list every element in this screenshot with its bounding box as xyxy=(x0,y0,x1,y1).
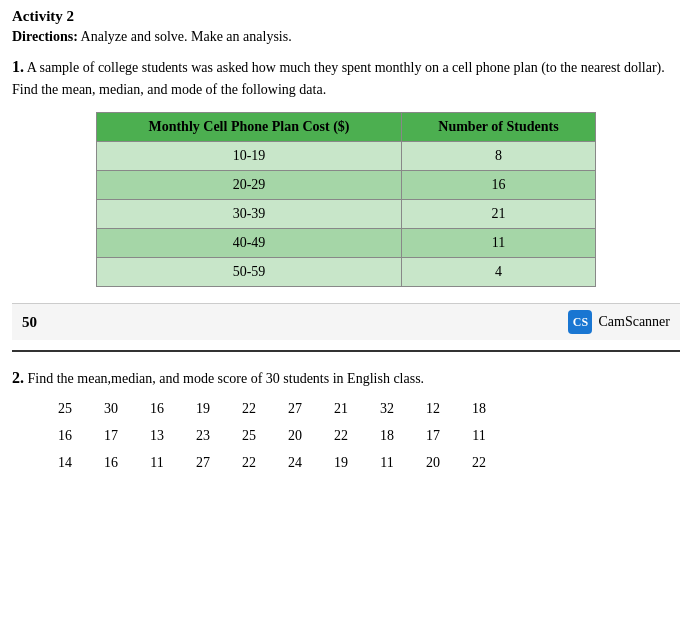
score-cell: 20 xyxy=(272,423,318,448)
score-row: 25301619222721321218 xyxy=(42,396,680,421)
score-cell: 22 xyxy=(318,423,364,448)
problem-1-number: 1. xyxy=(12,58,24,75)
score-cell: 20 xyxy=(410,450,456,475)
score-cell: 11 xyxy=(134,450,180,475)
data-table: Monthly Cell Phone Plan Cost ($) Number … xyxy=(96,112,596,287)
table-cell: 30-39 xyxy=(97,200,402,229)
table-row: 10-198 xyxy=(97,142,596,171)
problem-1: 1. A sample of college students was aske… xyxy=(12,55,680,100)
table-header-students: Number of Students xyxy=(401,113,595,142)
score-cell: 14 xyxy=(42,450,88,475)
score-cell: 32 xyxy=(364,396,410,421)
table-row: 50-594 xyxy=(97,258,596,287)
score-cell: 16 xyxy=(88,450,134,475)
score-grid: 2530161922272132121816171323252022181711… xyxy=(42,396,680,475)
score-cell: 18 xyxy=(456,396,502,421)
camscanner-logo: CS CamScanner xyxy=(568,310,670,334)
separator xyxy=(12,350,680,352)
score-cell: 16 xyxy=(134,396,180,421)
camscanner-brand: CamScanner xyxy=(598,314,670,330)
data-table-container: Monthly Cell Phone Plan Cost ($) Number … xyxy=(12,112,680,287)
score-cell: 13 xyxy=(134,423,180,448)
score-row: 16171323252022181711 xyxy=(42,423,680,448)
problem-2-text: Find the mean,median, and mode score of … xyxy=(28,371,425,386)
score-cell: 16 xyxy=(42,423,88,448)
table-row: 30-3921 xyxy=(97,200,596,229)
table-cell: 8 xyxy=(401,142,595,171)
score-cell: 17 xyxy=(410,423,456,448)
problem-2: 2. Find the mean,median, and mode score … xyxy=(12,366,680,475)
activity-title: Activity 2 xyxy=(12,8,680,25)
table-cell: 40-49 xyxy=(97,229,402,258)
score-cell: 22 xyxy=(226,396,272,421)
score-row: 14161127222419112022 xyxy=(42,450,680,475)
table-header-cost: Monthly Cell Phone Plan Cost ($) xyxy=(97,113,402,142)
page-number: 50 xyxy=(22,314,37,331)
problem-1-text: A sample of college students was asked h… xyxy=(12,60,665,97)
score-cell: 27 xyxy=(180,450,226,475)
score-cell: 18 xyxy=(364,423,410,448)
table-cell: 10-19 xyxy=(97,142,402,171)
score-cell: 25 xyxy=(42,396,88,421)
table-cell: 4 xyxy=(401,258,595,287)
camscanner-bar: 50 CS CamScanner xyxy=(12,303,680,340)
table-cell: 21 xyxy=(401,200,595,229)
table-row: 40-4911 xyxy=(97,229,596,258)
score-cell: 22 xyxy=(456,450,502,475)
score-cell: 27 xyxy=(272,396,318,421)
table-row: 20-2916 xyxy=(97,171,596,200)
cs-icon: CS xyxy=(568,310,592,334)
score-cell: 24 xyxy=(272,450,318,475)
score-cell: 19 xyxy=(318,450,364,475)
score-cell: 22 xyxy=(226,450,272,475)
score-cell: 11 xyxy=(364,450,410,475)
score-cell: 12 xyxy=(410,396,456,421)
table-cell: 50-59 xyxy=(97,258,402,287)
table-cell: 20-29 xyxy=(97,171,402,200)
table-cell: 11 xyxy=(401,229,595,258)
directions-label: Directions: xyxy=(12,29,78,44)
directions: Directions: Analyze and solve. Make an a… xyxy=(12,29,680,45)
score-cell: 30 xyxy=(88,396,134,421)
score-cell: 17 xyxy=(88,423,134,448)
directions-text: Analyze and solve. Make an analysis. xyxy=(81,29,292,44)
problem-2-number: 2. xyxy=(12,369,24,386)
score-cell: 11 xyxy=(456,423,502,448)
score-cell: 23 xyxy=(180,423,226,448)
table-cell: 16 xyxy=(401,171,595,200)
score-cell: 25 xyxy=(226,423,272,448)
score-cell: 21 xyxy=(318,396,364,421)
score-cell: 19 xyxy=(180,396,226,421)
